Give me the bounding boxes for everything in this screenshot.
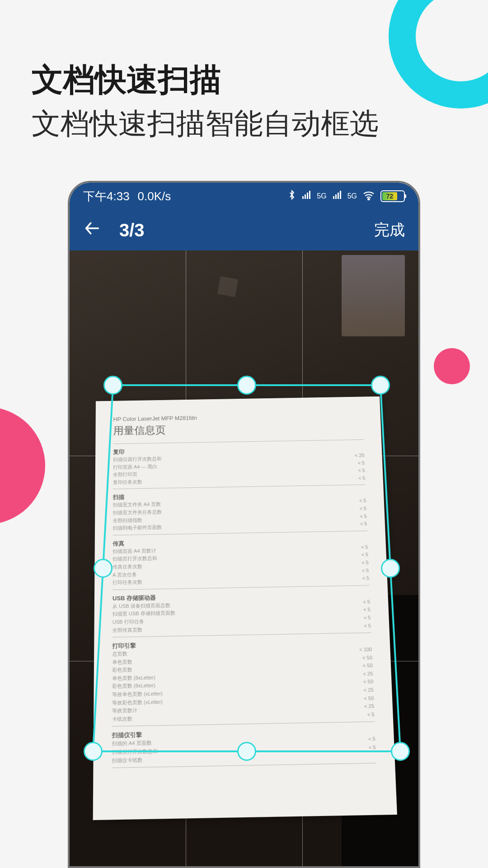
battery-level: 72 bbox=[382, 192, 397, 200]
crop-handle[interactable] bbox=[103, 376, 122, 395]
app-bar: 3/3 完成 bbox=[70, 210, 418, 250]
crop-handle[interactable] bbox=[237, 376, 256, 395]
battery-icon: 72 bbox=[380, 190, 405, 202]
camera-view[interactable]: HP Color LaserJet MFP M281fdn 用量信息页 复印扫描… bbox=[70, 250, 418, 866]
promo-subtitle: 文档快速扫描智能自动框选 bbox=[32, 104, 379, 143]
decorative-circle-pink-small bbox=[434, 348, 470, 384]
signal2-label: 5G bbox=[347, 192, 357, 200]
crop-handle[interactable] bbox=[391, 742, 410, 761]
signal1-label: 5G bbox=[317, 192, 326, 200]
bluetooth-icon bbox=[288, 189, 296, 203]
svg-point-0 bbox=[368, 198, 370, 200]
status-netspeed: 0.0K/s bbox=[138, 189, 171, 203]
decorative-circle-pink bbox=[0, 407, 45, 524]
signal2-icon bbox=[332, 190, 345, 203]
crop-handle[interactable] bbox=[371, 376, 390, 395]
decorative-circle-cyan bbox=[389, 0, 488, 108]
crop-handle[interactable] bbox=[94, 559, 113, 578]
status-time: 下午4:33 bbox=[83, 189, 130, 204]
phone-mockup: 下午4:33 0.0K/s 5G 5G 72 bbox=[68, 181, 420, 868]
done-button[interactable]: 完成 bbox=[374, 220, 405, 241]
back-button[interactable] bbox=[83, 219, 101, 241]
crop-handle[interactable] bbox=[237, 742, 256, 761]
bg-object bbox=[217, 276, 238, 297]
bg-object bbox=[342, 255, 405, 336]
signal1-icon bbox=[301, 190, 314, 203]
status-bar: 下午4:33 0.0K/s 5G 5G 72 bbox=[70, 183, 418, 210]
page-counter: 3/3 bbox=[119, 220, 374, 241]
crop-handle[interactable] bbox=[381, 559, 400, 578]
promo-title: 文档快速扫描 bbox=[32, 59, 221, 101]
doc-header-big: 用量信息页 bbox=[113, 420, 363, 438]
crop-handle[interactable] bbox=[84, 742, 103, 761]
wifi-icon bbox=[362, 189, 375, 203]
